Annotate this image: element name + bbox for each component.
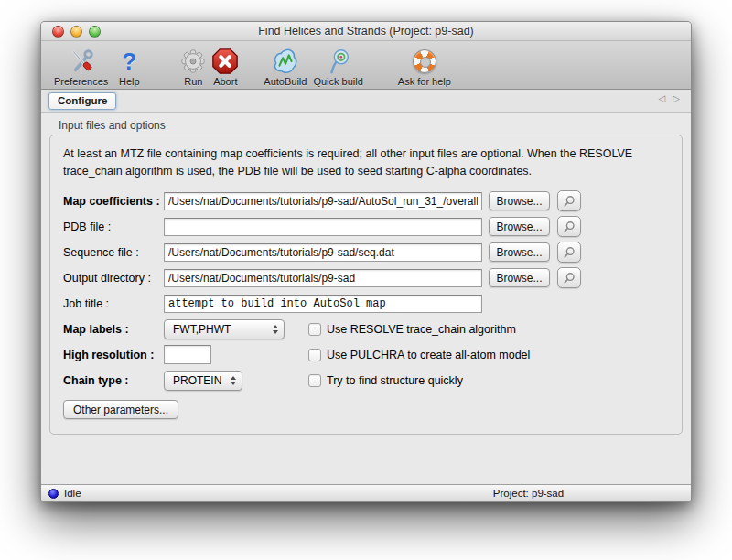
browse-button[interactable]: Browse... (489, 191, 550, 210)
toolbar-label: Ask for help (398, 76, 451, 87)
toolbar-item-autobuild[interactable]: AutoBuild (264, 47, 307, 87)
checkbox-label: Try to find structure quickly (327, 374, 463, 387)
status-project-field: Project: p9-sad (366, 488, 691, 499)
magnifier-icon (563, 272, 576, 285)
map-labels-select[interactable]: FWT,PHWT (164, 319, 285, 339)
use-resolve-checkbox[interactable] (308, 323, 321, 336)
field-label: Map coefficients : (63, 195, 164, 208)
description-text: At least an MTZ file containing map coef… (63, 145, 682, 180)
form-row-map-labels: Map labels : FWT,PHWT Use RESOLVE trace_… (63, 317, 671, 342)
view-file-button[interactable] (557, 267, 581, 288)
configure-panel: Input files and options At least an MTZ … (41, 113, 691, 484)
lifesaver-icon (410, 47, 439, 76)
toolbar-label: Abort (213, 76, 237, 87)
form-row-pdb-file: PDB file : Browse... (63, 214, 671, 240)
selected-value: PROTEIN (173, 374, 223, 387)
popup-arrows-icon (231, 376, 236, 385)
question-icon: ? (114, 47, 144, 76)
job-title-input[interactable] (164, 295, 482, 313)
toolbar-label: Preferences (54, 76, 108, 87)
magnifier-icon (563, 195, 576, 208)
toolbar-item-quickbuild[interactable]: Quick build (313, 47, 362, 87)
pulchra-checkbox-row: Use PULCHRA to create all-atom model (308, 349, 530, 361)
app-window: Find Helices and Strands (Project: p9-sa… (40, 21, 692, 502)
toolbar-label: Help (119, 76, 140, 87)
title-bar: Find Helices and Strands (Project: p9-sa… (41, 22, 691, 41)
browse-button[interactable]: Browse... (489, 242, 550, 262)
toolbar-item-help[interactable]: ? Help (114, 47, 144, 87)
window-title: Find Helices and Strands (Project: p9-sa… (41, 25, 691, 38)
tab-scroll-arrows: ◁ ▷ (659, 93, 680, 103)
field-label: Job title : (63, 297, 164, 310)
view-file-button[interactable] (557, 190, 581, 211)
field-label: Map labels : (63, 323, 164, 336)
desktop-background: Find Helices and Strands (Project: p9-sa… (0, 0, 732, 560)
magnifier-icon (563, 221, 576, 233)
form-row-sequence-file: Sequence file : Browse... (63, 240, 671, 265)
field-label: Chain type : (63, 374, 164, 387)
section-title: Input files and options (59, 119, 691, 132)
resolve-checkbox-row: Use RESOLVE trace_chain algorithm (308, 323, 516, 336)
sequence-file-input[interactable] (164, 243, 482, 262)
tab-scroll-left-icon[interactable]: ◁ (659, 93, 666, 103)
selected-value: FWT,PHWT (173, 323, 265, 336)
tab-configure[interactable]: Configure (48, 92, 116, 110)
project-text: Project: p9-sad (493, 488, 564, 499)
gear-icon (178, 47, 208, 76)
checkbox-label: Use RESOLVE trace_chain algorithm (327, 323, 516, 336)
toolbar: Preferences ? Help (41, 41, 691, 90)
browse-button[interactable]: Browse... (489, 268, 550, 287)
chain-type-select[interactable]: PROTEIN (164, 371, 242, 391)
form-row-map-coefficients: Map coefficients : Browse... (63, 188, 671, 214)
toolbar-label: AutoBuild (264, 76, 307, 87)
field-label: Sequence file : (63, 246, 164, 259)
toolbar-label: Run (184, 76, 202, 87)
checkbox-label: Use PULCHRA to create all-atom model (327, 349, 530, 361)
browse-button[interactable]: Browse... (489, 217, 550, 236)
tab-bar: Configure ◁ ▷ (41, 90, 691, 113)
use-pulchra-checkbox[interactable] (308, 349, 321, 361)
find-quickly-checkbox[interactable] (308, 374, 321, 387)
toolbar-item-run[interactable]: Run (178, 47, 208, 87)
density-model-icon (271, 47, 300, 76)
form-row-job-title: Job title : (63, 291, 671, 317)
field-label: Output directory : (63, 272, 164, 285)
field-label: High resolution : (63, 349, 164, 361)
input-files-groupbox: At least an MTZ file containing map coef… (49, 135, 683, 435)
tools-icon (67, 47, 96, 76)
molecule-gear-icon (324, 47, 353, 76)
form-row-other-parameters: Other parameters... (63, 397, 671, 423)
form-row-chain-type: Chain type : PROTEIN Try to find structu… (63, 368, 671, 393)
status-led-icon (48, 489, 59, 499)
popup-arrows-icon (273, 325, 278, 334)
view-file-button[interactable] (557, 242, 581, 263)
tab-scroll-right-icon[interactable]: ▷ (673, 93, 680, 103)
toolbar-item-preferences[interactable]: Preferences (54, 47, 108, 87)
quick-checkbox-row: Try to find structure quickly (308, 374, 463, 387)
output-directory-input[interactable] (164, 269, 482, 287)
view-file-button[interactable] (557, 216, 581, 237)
status-text: Idle (64, 488, 81, 499)
field-label: PDB file : (63, 221, 164, 233)
other-parameters-button[interactable]: Other parameters... (63, 400, 178, 419)
form-row-output-directory: Output directory : Browse... (63, 265, 671, 291)
form-row-high-resolution: High resolution : Use PULCHRA to create … (63, 342, 671, 368)
status-left-field: Idle (41, 488, 366, 499)
map-coefficients-input[interactable] (164, 192, 482, 210)
toolbar-label: Quick build (313, 76, 362, 87)
stop-x-icon (210, 47, 240, 76)
toolbar-item-ask-for-help[interactable]: Ask for help (398, 47, 451, 87)
status-bar: Idle Project: p9-sad (41, 484, 691, 501)
toolbar-item-abort[interactable]: Abort (210, 47, 240, 87)
pdb-file-input[interactable] (164, 218, 482, 236)
high-resolution-input[interactable] (164, 345, 211, 364)
magnifier-icon (563, 246, 576, 259)
